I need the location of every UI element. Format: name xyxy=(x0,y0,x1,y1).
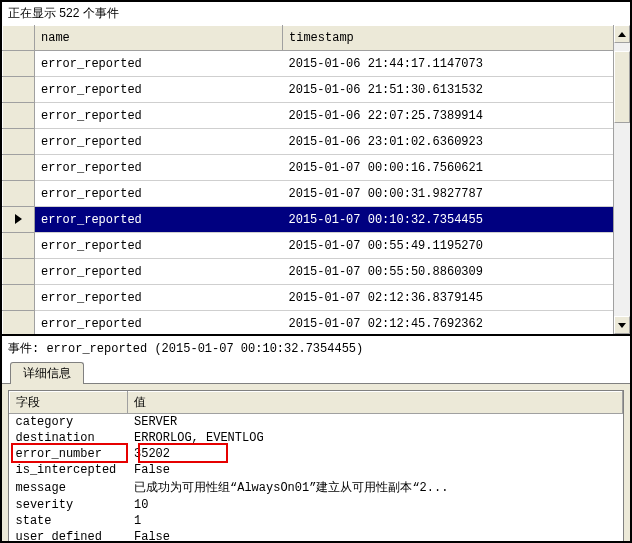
row-selector[interactable] xyxy=(3,181,35,207)
cell-value[interactable]: 1 xyxy=(128,513,623,529)
details-table[interactable]: 字段 值 categorySERVERdestinationERRORLOG, … xyxy=(9,391,623,541)
row-selector[interactable] xyxy=(3,51,35,77)
cell-timestamp[interactable]: 2015-01-06 21:44:17.1147073 xyxy=(283,51,630,77)
details-body: 字段 值 categorySERVERdestinationERRORLOG, … xyxy=(2,383,630,541)
row-selector[interactable] xyxy=(3,285,35,311)
cell-field[interactable]: message xyxy=(10,478,128,497)
app-root: 正在显示 522 个事件 name timestamp error_re xyxy=(0,0,632,543)
row-selector[interactable] xyxy=(3,155,35,181)
current-row-arrow-icon xyxy=(15,214,22,224)
events-table[interactable]: name timestamp error_reported2015-01-06 … xyxy=(2,25,630,334)
cell-value[interactable]: False xyxy=(128,462,623,478)
table-row[interactable]: error_reported2015-01-07 00:55:50.886030… xyxy=(3,259,630,285)
tab-details[interactable]: 详细信息 xyxy=(10,362,84,384)
row-selector[interactable] xyxy=(3,259,35,285)
cell-field[interactable]: user_defined xyxy=(10,529,128,541)
cell-name[interactable]: error_reported xyxy=(35,51,283,77)
table-row[interactable]: error_reported2015-01-06 21:44:17.114707… xyxy=(3,51,630,77)
col-header-timestamp[interactable]: timestamp xyxy=(283,26,630,51)
cell-name[interactable]: error_reported xyxy=(35,181,283,207)
cell-field[interactable]: error_number xyxy=(10,446,128,462)
scroll-track[interactable] xyxy=(614,43,630,316)
row-selector[interactable] xyxy=(3,129,35,155)
cell-name[interactable]: error_reported xyxy=(35,259,283,285)
cell-field[interactable]: destination xyxy=(10,430,128,446)
row-selector[interactable] xyxy=(3,207,35,233)
details-inner: 字段 值 categorySERVERdestinationERRORLOG, … xyxy=(8,390,624,541)
cell-value[interactable]: 10 xyxy=(128,497,623,513)
cell-name[interactable]: error_reported xyxy=(35,207,283,233)
chevron-up-icon xyxy=(618,32,626,37)
table-row[interactable]: error_reported2015-01-07 00:00:31.982778… xyxy=(3,181,630,207)
cell-value[interactable]: 35202 xyxy=(128,446,623,462)
col-header-field[interactable]: 字段 xyxy=(10,392,128,414)
cell-timestamp[interactable]: 2015-01-07 00:00:16.7560621 xyxy=(283,155,630,181)
cell-timestamp[interactable]: 2015-01-06 23:01:02.6360923 xyxy=(283,129,630,155)
table-row[interactable]: is_interceptedFalse xyxy=(10,462,623,478)
table-row[interactable]: severity10 xyxy=(10,497,623,513)
cell-value[interactable]: 已成功为可用性组“AlwaysOn01”建立从可用性副本“2... xyxy=(128,478,623,497)
events-caption: 正在显示 522 个事件 xyxy=(2,2,630,25)
details-pane: 事件: error_reported (2015-01-07 00:10:32.… xyxy=(2,336,630,541)
caption-prefix: 正在显示 xyxy=(8,6,59,20)
cell-field[interactable]: state xyxy=(10,513,128,529)
caption-suffix: 个事件 xyxy=(79,6,118,20)
cell-value[interactable]: SERVER xyxy=(128,414,623,431)
cell-timestamp[interactable]: 2015-01-07 00:10:32.7354455 xyxy=(283,207,630,233)
cell-timestamp[interactable]: 2015-01-07 02:12:45.7692362 xyxy=(283,311,630,335)
events-header-row[interactable]: name timestamp xyxy=(3,26,630,51)
scroll-up-button[interactable] xyxy=(614,25,630,43)
chevron-down-icon xyxy=(618,323,626,328)
cell-value[interactable]: False xyxy=(128,529,623,541)
row-selector-header[interactable] xyxy=(3,26,35,51)
cell-field[interactable]: is_intercepted xyxy=(10,462,128,478)
table-row[interactable]: error_reported2015-01-06 21:51:30.613153… xyxy=(3,77,630,103)
table-row[interactable]: error_reported2015-01-07 00:55:49.119527… xyxy=(3,233,630,259)
cell-value[interactable]: ERRORLOG, EVENTLOG xyxy=(128,430,623,446)
cell-timestamp[interactable]: 2015-01-07 00:55:50.8860309 xyxy=(283,259,630,285)
table-row[interactable]: user_definedFalse xyxy=(10,529,623,541)
table-row[interactable]: categorySERVER xyxy=(10,414,623,431)
col-header-value[interactable]: 值 xyxy=(128,392,623,414)
scroll-thumb[interactable] xyxy=(614,51,630,123)
table-row[interactable]: error_reported2015-01-06 22:07:25.738991… xyxy=(3,103,630,129)
details-tabs: 详细信息 xyxy=(2,361,630,383)
cell-field[interactable]: severity xyxy=(10,497,128,513)
table-row[interactable]: error_reported2015-01-07 00:00:16.756062… xyxy=(3,155,630,181)
row-selector[interactable] xyxy=(3,77,35,103)
events-pane: 正在显示 522 个事件 name timestamp error_re xyxy=(2,2,630,336)
details-header-row[interactable]: 字段 值 xyxy=(10,392,623,414)
events-scrollbar[interactable] xyxy=(613,25,630,334)
cell-name[interactable]: error_reported xyxy=(35,77,283,103)
table-row[interactable]: error_reported2015-01-07 02:12:36.837914… xyxy=(3,285,630,311)
table-row[interactable]: error_reported2015-01-07 02:12:45.769236… xyxy=(3,311,630,335)
cell-timestamp[interactable]: 2015-01-07 00:55:49.1195270 xyxy=(283,233,630,259)
cell-name[interactable]: error_reported xyxy=(35,155,283,181)
table-row[interactable]: state1 xyxy=(10,513,623,529)
cell-name[interactable]: error_reported xyxy=(35,285,283,311)
table-row[interactable]: destinationERRORLOG, EVENTLOG xyxy=(10,430,623,446)
cell-timestamp[interactable]: 2015-01-06 21:51:30.6131532 xyxy=(283,77,630,103)
cell-timestamp[interactable]: 2015-01-06 22:07:25.7389914 xyxy=(283,103,630,129)
cell-name[interactable]: error_reported xyxy=(35,129,283,155)
table-row[interactable]: error_reported2015-01-07 00:10:32.735445… xyxy=(3,207,630,233)
table-row[interactable]: error_number35202 xyxy=(10,446,623,462)
details-caption: 事件: error_reported (2015-01-07 00:10:32.… xyxy=(2,336,630,361)
cell-timestamp[interactable]: 2015-01-07 02:12:36.8379145 xyxy=(283,285,630,311)
row-selector[interactable] xyxy=(3,311,35,335)
cell-timestamp[interactable]: 2015-01-07 00:00:31.9827787 xyxy=(283,181,630,207)
cell-name[interactable]: error_reported xyxy=(35,311,283,335)
scroll-down-button[interactable] xyxy=(614,316,630,334)
events-grid: name timestamp error_reported2015-01-06 … xyxy=(2,25,630,334)
table-row[interactable]: error_reported2015-01-06 23:01:02.636092… xyxy=(3,129,630,155)
col-header-name[interactable]: name xyxy=(35,26,283,51)
row-selector[interactable] xyxy=(3,103,35,129)
cell-name[interactable]: error_reported xyxy=(35,233,283,259)
cell-name[interactable]: error_reported xyxy=(35,103,283,129)
table-row[interactable]: message已成功为可用性组“AlwaysOn01”建立从可用性副本“2... xyxy=(10,478,623,497)
cell-field[interactable]: category xyxy=(10,414,128,431)
events-count: 522 xyxy=(59,6,79,20)
row-selector[interactable] xyxy=(3,233,35,259)
